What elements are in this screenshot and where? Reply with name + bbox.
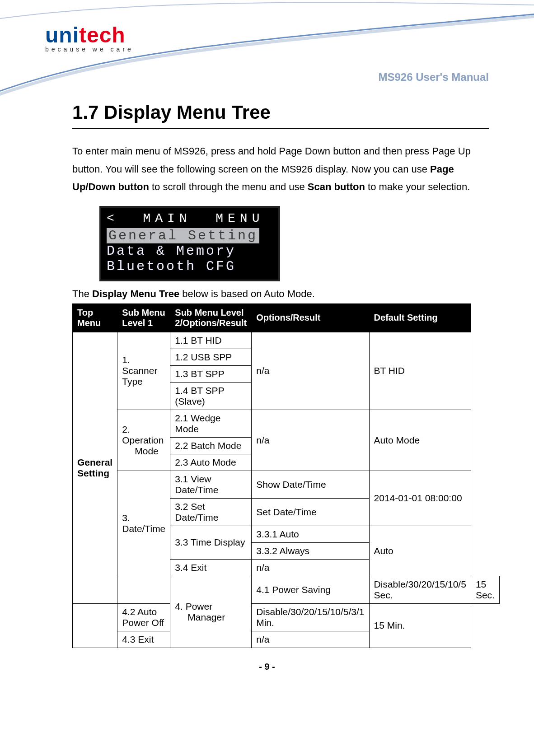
document-title: MS926 User's Manual [45, 71, 489, 84]
th-options: Options/Result [252, 303, 369, 332]
cell-sub2: 2.3 Auto Mode [170, 454, 252, 471]
cell-default: 15 Min. [369, 603, 471, 648]
cell-default: Auto [369, 526, 471, 576]
cell-sub1: 1. Scanner Type [117, 332, 170, 410]
th-top-menu: Top Menu [73, 303, 117, 332]
brand-logo: unitech because we care [45, 23, 489, 53]
cell-sub1: 4. PowerManager [170, 576, 252, 648]
cell-options: Set Date/Time [252, 498, 369, 526]
lcd-screenshot: < MAIN MENU > General Setting Data & Mem… [99, 206, 280, 281]
lcd-title: < MAIN MENU > [107, 211, 273, 225]
lcd-row-selected: General Setting [107, 228, 259, 243]
cell-sub2: 1.1 BT HID [170, 332, 252, 349]
cell-default: 2014-01-01 08:00:00 [369, 471, 471, 526]
cell-sub1: 2. OperationMode [117, 410, 170, 471]
section-heading: 1.7 Display Menu Tree [72, 102, 489, 123]
cell-sub2: 3.1 View Date/Time [170, 471, 252, 498]
page-number: - 9 - [45, 662, 489, 672]
table-row: 2. OperationMode 2.1 Wedge Mode n/a Auto… [73, 410, 500, 437]
cell-default: Auto Mode [369, 410, 471, 471]
logo-tagline: because we care [45, 46, 489, 53]
table-row: 4.2 Auto Power Off Disable/30/20/15/10/5… [73, 603, 500, 631]
cell-default: 15 Sec. [471, 576, 499, 603]
cell-options: n/a [252, 332, 369, 410]
lcd-row: Data & Memory [107, 243, 273, 259]
logo-text-tech: tech [79, 23, 126, 47]
section-rule [72, 128, 489, 129]
cell-sub2: 1.3 BT SPP [170, 365, 252, 382]
cell-sub2: 3.4 Exit [170, 559, 252, 576]
table-header-row: Top Menu Sub Menu Level 1 Sub Menu Level… [73, 303, 500, 332]
cell-options: Disable/30/20/15/10/5 Sec. [369, 576, 471, 603]
lcd-row: Bluetooth CFG [107, 259, 273, 274]
cell-sub2: 1.2 USB SPP [170, 349, 252, 365]
intro-paragraph: To enter main menu of MS926, press and h… [72, 142, 489, 196]
cell-sub1: 3. Date/Time [117, 471, 170, 576]
cell-options: 3.3.1 Auto [252, 526, 369, 542]
th-sub1: Sub Menu Level 1 [117, 303, 170, 332]
cell-options: n/a [252, 631, 369, 648]
cell-options: Disable/30/20/15/10/5/3/1 Min. [252, 603, 369, 631]
table-row: 3. Date/Time 3.1 View Date/Time Show Dat… [73, 471, 500, 498]
cell-sub2: 4.3 Exit [117, 631, 170, 648]
th-sub2: Sub Menu Level 2/Options/Result [170, 303, 252, 332]
table-row: 4. PowerManager 4.1 Power Saving Disable… [73, 576, 500, 603]
table-caption: The Display Menu Tree below is based on … [72, 288, 489, 300]
cell-sub2: 4.2 Auto Power Off [117, 603, 170, 631]
logo-text-uni: uni [45, 23, 79, 47]
cell-sub2: 3.3 Time Display [170, 526, 252, 559]
cell-sub2: 4.1 Power Saving [252, 576, 369, 603]
cell-options: 3.3.2 Always [252, 542, 369, 559]
table-row: General Setting 1. Scanner Type 1.1 BT H… [73, 332, 500, 349]
cell-options: n/a [252, 410, 369, 471]
cell-options: Show Date/Time [252, 471, 369, 498]
cell-default: BT HID [369, 332, 471, 410]
cell-sub2: 2.1 Wedge Mode [170, 410, 252, 437]
cell-options: n/a [252, 559, 369, 576]
cell-sub2: 2.2 Batch Mode [170, 437, 252, 454]
cell-sub2: 3.2 Set Date/Time [170, 498, 252, 526]
cell-sub2: 1.4 BT SPP (Slave) [170, 382, 252, 410]
th-default: Default Setting [369, 303, 471, 332]
menu-tree-table: Top Menu Sub Menu Level 1 Sub Menu Level… [72, 303, 500, 648]
cell-top-menu: General Setting [73, 332, 117, 603]
